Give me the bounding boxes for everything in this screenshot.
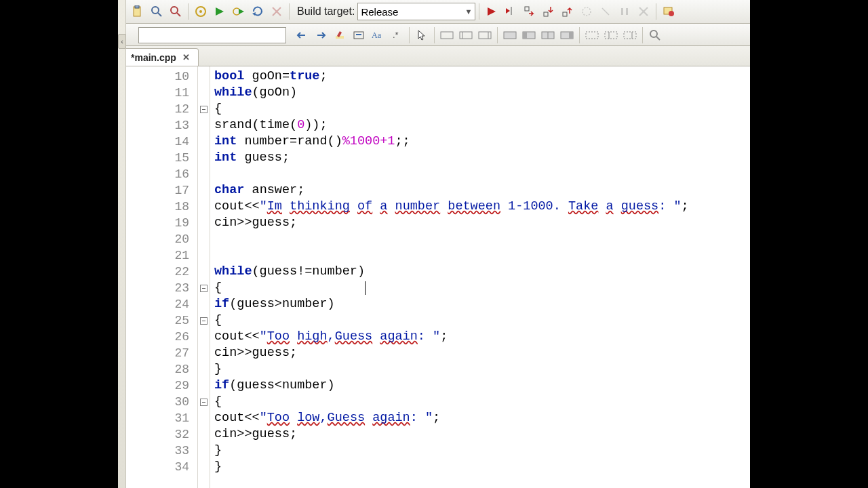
fold-row	[198, 378, 210, 394]
rebuild-icon[interactable]	[249, 3, 267, 20]
instr-3-icon[interactable]	[476, 26, 494, 44]
debug-windows-icon[interactable]	[660, 3, 677, 20]
paste-icon[interactable]	[129, 3, 146, 20]
code-line[interactable]: cin>>guess;	[210, 345, 750, 361]
fold-row	[198, 182, 210, 199]
prev-icon[interactable]	[293, 26, 311, 44]
close-icon[interactable]: ✕	[182, 53, 191, 62]
code-line[interactable]: bool goOn=true;	[210, 68, 750, 85]
match-case-icon[interactable]: Aa	[369, 26, 387, 44]
fold-row	[198, 117, 210, 134]
code-line[interactable]	[210, 247, 750, 264]
block-4-icon[interactable]	[558, 26, 576, 44]
code-line[interactable]: char answer;	[210, 182, 750, 199]
code-line[interactable]: while(goOn)	[210, 85, 750, 101]
code-line[interactable]: cin>>guess;	[210, 215, 750, 231]
line-number: 25	[118, 312, 197, 329]
instr-2-icon[interactable]	[457, 26, 475, 44]
toolbar-separator	[497, 27, 498, 43]
replace-icon[interactable]	[167, 3, 184, 20]
highlight-icon[interactable]	[331, 26, 349, 44]
regex-icon[interactable]: .*	[388, 26, 406, 44]
next-line-icon[interactable]	[521, 3, 538, 20]
fold-row	[198, 296, 210, 312]
code-line[interactable]: {	[210, 101, 750, 117]
svg-point-4	[171, 7, 178, 14]
selected-text-icon[interactable]	[350, 26, 368, 44]
svg-point-26	[669, 11, 674, 16]
block-3-icon[interactable]	[539, 26, 557, 44]
run-icon[interactable]	[211, 3, 229, 20]
fold-row	[198, 426, 210, 443]
svg-point-20	[583, 7, 591, 16]
search-input[interactable]	[138, 27, 286, 43]
editor-tabbar: *main.cpp ✕	[118, 46, 750, 66]
code-line[interactable]: int number=rand()%1000+1;;	[210, 134, 750, 150]
block-1-icon[interactable]	[501, 26, 519, 44]
fold-column	[198, 66, 210, 488]
code-line[interactable]: cout<<"Too high,Guess again: ";	[210, 329, 750, 345]
code-line[interactable]: cout<<"Im thinking of a number between 1…	[210, 199, 750, 215]
toolbar-separator	[188, 3, 189, 20]
step-into-icon[interactable]	[540, 3, 557, 20]
build-target-select[interactable]: Release ▼	[357, 3, 475, 20]
fold-toggle-icon[interactable]	[200, 317, 208, 325]
panel-collapse-handle[interactable]: ‹	[118, 34, 126, 49]
code-area[interactable]: bool goOn=true;while(goOn){srand(time(0)…	[210, 66, 750, 488]
code-line[interactable]	[210, 231, 750, 247]
svg-rect-35	[479, 32, 491, 39]
search-toolbar: ‹ Aa .*	[118, 24, 750, 46]
svg-line-50	[656, 37, 660, 40]
fold-toggle-icon[interactable]	[200, 285, 208, 292]
code-line[interactable]: }	[210, 459, 750, 475]
line-number: 11	[118, 85, 197, 101]
code-line[interactable]: while(guess!=number)	[210, 264, 750, 280]
toolbar-separator	[479, 3, 479, 20]
fold-toggle-icon[interactable]	[200, 399, 208, 406]
code-line[interactable]: {	[210, 280, 750, 296]
code-line[interactable]: int guess;	[210, 150, 750, 166]
fold-row	[198, 199, 210, 215]
fold-row	[198, 85, 210, 101]
code-line[interactable]: }	[210, 443, 750, 459]
fold-toggle-icon[interactable]	[200, 106, 208, 113]
code-line[interactable]: cin>>guess;	[210, 426, 750, 443]
code-line[interactable]: cout<<"Too low,Guess again: ";	[210, 410, 750, 426]
instr-1-icon[interactable]	[438, 26, 456, 44]
tab-main-cpp[interactable]: *main.cpp ✕	[123, 48, 199, 66]
code-editor[interactable]: 1011121314151617181920212223242526272829…	[118, 66, 750, 488]
cond-2-icon[interactable]	[602, 26, 620, 44]
build-icon[interactable]	[192, 3, 210, 20]
code-line[interactable]: {	[210, 394, 750, 410]
code-line[interactable]: srand(time(0));	[210, 117, 750, 134]
build-run-icon[interactable]	[230, 3, 248, 20]
select-icon[interactable]	[413, 26, 431, 44]
next-icon[interactable]	[312, 26, 330, 44]
code-line[interactable]: if(guess<number)	[210, 378, 750, 394]
svg-rect-19	[563, 12, 567, 16]
main-toolbar: Build target: Release ▼	[118, 0, 750, 24]
code-line[interactable]: }	[210, 361, 750, 378]
line-number: 15	[118, 150, 197, 166]
find-icon[interactable]	[148, 3, 165, 20]
fold-row	[198, 166, 210, 182]
line-number: 20	[118, 231, 197, 247]
code-line[interactable]: if(guess>number)	[210, 296, 750, 312]
fold-row	[198, 101, 210, 117]
line-number-gutter: 1011121314151617181920212223242526272829…	[118, 66, 198, 488]
cond-1-icon[interactable]	[583, 26, 601, 44]
zoom-icon[interactable]	[646, 26, 664, 44]
step-out-icon[interactable]	[559, 3, 576, 20]
code-line[interactable]: {	[210, 312, 750, 329]
line-number: 28	[118, 361, 197, 378]
run-to-cursor-icon[interactable]	[502, 3, 519, 20]
debug-run-icon[interactable]	[483, 3, 500, 20]
fold-row	[198, 247, 210, 264]
cond-3-icon[interactable]	[621, 26, 639, 44]
block-2-icon[interactable]	[520, 26, 538, 44]
line-number: 29	[118, 378, 197, 394]
fold-row	[198, 150, 210, 166]
svg-rect-18	[544, 12, 548, 16]
code-line[interactable]	[210, 166, 750, 182]
line-number: 16	[118, 166, 197, 182]
